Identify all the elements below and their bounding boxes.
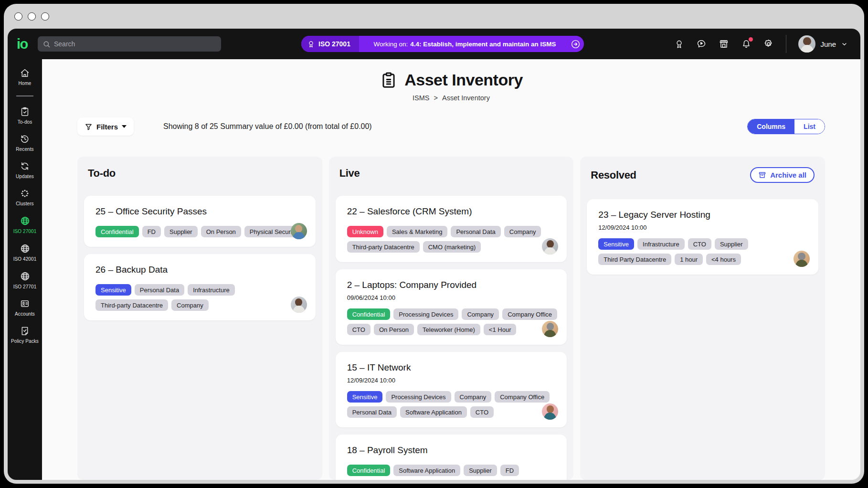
card-date: 09/06/2024 10:00	[347, 294, 558, 301]
tag-software-application: Software Application	[400, 406, 467, 418]
asset-card[interactable]: 23 – Legacy Server Hosting12/09/2024 10:…	[587, 199, 818, 275]
caret-down-icon	[122, 125, 127, 128]
archive-all-button[interactable]: Archive all	[750, 167, 815, 183]
tag-fd: FD	[142, 226, 161, 237]
asset-card[interactable]: 25 – Office Security PassesConfidentialF…	[84, 196, 316, 247]
sidebar-item-label: ISO 27001	[13, 229, 37, 234]
tag-confidential: Confidential	[95, 226, 139, 237]
sidebar-item-label: Updates	[16, 174, 34, 179]
tag-cmo-marketing-: CMO (marketing)	[423, 241, 481, 253]
card-title: 2 – Laptops: Company Provided	[347, 280, 558, 290]
sidebar: HomeTo-dosRecentsUpdatesClustersISO 2700…	[8, 59, 42, 480]
results-summary: Showing 8 of 25 Summary value of £0.00 (…	[163, 122, 372, 131]
breadcrumb-item[interactable]: ISMS	[413, 94, 429, 102]
breadcrumb-separator: >	[434, 94, 438, 102]
feedback-icon[interactable]	[696, 39, 707, 49]
tag-fd: FD	[500, 465, 519, 476]
card-tags: SensitiveProcessing DevicesCompanyCompan…	[347, 391, 558, 418]
asset-card[interactable]: 2 – Laptops: Company Provided09/06/2024 …	[336, 269, 567, 345]
sidebar-divider	[16, 95, 33, 96]
working-on-banner[interactable]: ISO 27001 Working on: 4.4: Establish, im…	[301, 36, 584, 52]
sidebar-item-recents[interactable]: Recents	[8, 129, 42, 156]
recents-icon	[20, 134, 30, 144]
asset-card[interactable]: 18 – Payroll SystemConfidentialSoftware …	[336, 435, 567, 480]
page-title: Asset Inventory	[404, 71, 523, 89]
kanban-board: To-do25 – Office Security PassesConfiden…	[77, 157, 825, 480]
banner-standard: ISO 27001	[301, 36, 359, 52]
tag-confidential: Confidential	[347, 308, 391, 320]
chevron-down-icon	[841, 41, 848, 48]
tag-third-party-datacentre: Third Party Datacentre	[598, 254, 671, 265]
sidebar-item-updates[interactable]: Updates	[8, 156, 42, 183]
search-input[interactable]	[38, 36, 221, 52]
filters-button[interactable]: Filters	[77, 117, 134, 136]
view-toggle: ColumnsList	[747, 119, 825, 134]
tag-confidential: Confidential	[347, 465, 391, 476]
notification-badge	[749, 37, 753, 42]
main-content: Asset Inventory ISMS>Asset Inventory Fil…	[42, 59, 860, 480]
column-resolved: ResolvedArchive all23 – Legacy Server Ho…	[580, 157, 825, 480]
asset-card[interactable]: 22 – Salesforce (CRM System)UnknownSales…	[336, 196, 567, 262]
tag-sensitive: Sensitive	[598, 238, 634, 250]
tag-company: Company	[455, 391, 492, 403]
tag--1-hour: <1 Hour	[484, 324, 517, 335]
card-tags: SensitiveInfrastructureCTOSupplierThird …	[598, 238, 809, 265]
filter-icon	[85, 123, 93, 131]
view-toggle-list[interactable]: List	[794, 119, 825, 134]
sidebar-item-policy-packs[interactable]: Policy Packs	[8, 321, 42, 348]
globe-icon	[20, 215, 31, 226]
tag-teleworker-home-: Teleworker (Home)	[417, 324, 480, 335]
sidebar-item-to-dos[interactable]: To-dos	[8, 102, 42, 129]
topbar: io ISO 27001 Working on: 4.4: Establish,…	[8, 29, 860, 59]
view-toggle-columns[interactable]: Columns	[748, 119, 794, 134]
marketplace-icon[interactable]	[719, 39, 729, 49]
certificate-icon[interactable]	[674, 39, 684, 49]
tag-software-application: Software Application	[393, 465, 460, 476]
sidebar-item-label: ISO 42001	[13, 256, 37, 262]
io-logo[interactable]: io	[17, 36, 38, 52]
sidebar-item-accounts[interactable]: Accounts	[8, 294, 42, 321]
assignee-avatar	[291, 223, 307, 239]
column-title: To-do	[88, 167, 116, 180]
search-icon	[42, 40, 51, 48]
window-titlebar	[4, 4, 864, 29]
tag-1-hour: 1 hour	[675, 254, 703, 265]
window-control-1[interactable]	[14, 12, 22, 21]
tag-cto: CTO	[347, 324, 370, 335]
tag-cto: CTO	[470, 406, 494, 418]
tag-supplier: Supplier	[164, 226, 198, 237]
tag-processing-devices: Processing Devices	[386, 391, 451, 403]
user-menu[interactable]: June	[798, 35, 848, 53]
asset-card[interactable]: 26 – Backup DataSensitivePersonal DataIn…	[84, 254, 316, 320]
tag-company: Company	[462, 308, 499, 320]
assignee-avatar	[794, 251, 810, 267]
policy-packs-icon	[20, 326, 30, 336]
sidebar-item-iso-27001[interactable]: ISO 27001	[8, 211, 42, 238]
card-tags: SensitivePersonal DataInfrastructureThir…	[95, 284, 306, 311]
notifications-icon[interactable]	[741, 39, 752, 49]
card-tags: ConfidentialProcessing DevicesCompanyCom…	[347, 308, 558, 335]
sidebar-item-home[interactable]: Home	[8, 63, 42, 90]
settings-icon[interactable]	[763, 39, 774, 49]
todos-icon	[20, 106, 30, 117]
tag-personal-data: Personal Data	[135, 284, 184, 296]
card-title: 26 – Backup Data	[95, 265, 306, 275]
card-tags: ConfidentialSoftware ApplicationSupplier…	[347, 465, 558, 476]
tag-cto: CTO	[688, 238, 711, 250]
arrow-right-circle-icon[interactable]	[571, 39, 581, 49]
card-title: 18 – Payroll System	[347, 445, 558, 456]
window-control-3[interactable]	[41, 12, 49, 21]
asset-card[interactable]: 15 – IT Network12/09/2024 10:00Sensitive…	[336, 352, 567, 427]
card-date: 12/09/2024 10:00	[347, 377, 558, 384]
breadcrumb-item[interactable]: Asset Inventory	[442, 94, 490, 102]
archive-icon	[758, 171, 766, 179]
user-name: June	[820, 40, 836, 48]
sidebar-item-clusters[interactable]: Clusters	[8, 183, 42, 211]
tag-infrastructure: Infrastructure	[637, 238, 685, 250]
sidebar-item-iso-27701[interactable]: ISO 27701	[8, 266, 42, 294]
toolbar: Filters Showing 8 of 25 Summary value of…	[77, 116, 825, 137]
tag-sensitive: Sensitive	[95, 284, 131, 296]
sidebar-item-iso-42001[interactable]: ISO 42001	[8, 238, 42, 266]
window-control-2[interactable]	[28, 12, 36, 21]
tag-supplier: Supplier	[464, 465, 497, 476]
